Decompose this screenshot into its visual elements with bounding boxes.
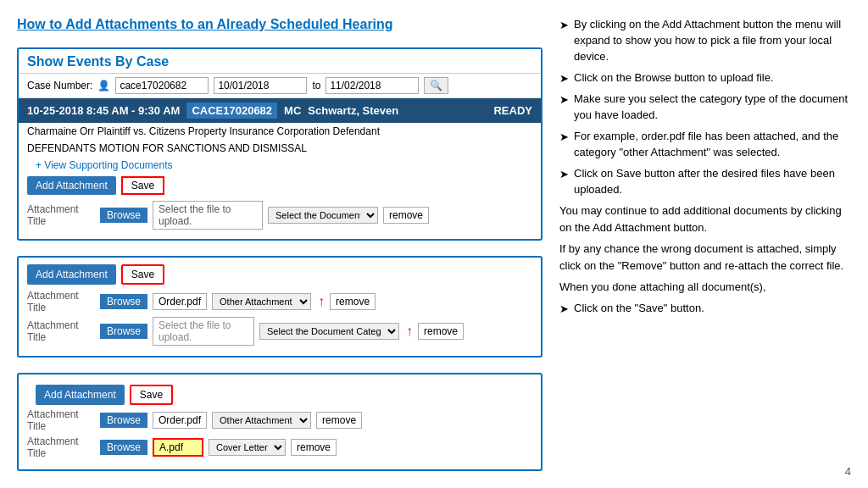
- example3-category-2[interactable]: Cover Letter: [209, 439, 286, 456]
- case-description-1: Charmaine Orr Plaintiff vs. Citizens Pro…: [19, 123, 541, 140]
- arrow-indicator-1: ↑: [318, 294, 325, 309]
- bullet-text-1: By clicking on the Add Attachment button…: [574, 17, 851, 65]
- bullet-arrow-1: ➤: [559, 18, 569, 34]
- example3-category-1[interactable]: Other Attachment: [212, 412, 311, 429]
- show-events-title: Show Events By Case: [19, 49, 541, 74]
- example3-title-1: Attachment Title: [27, 408, 95, 432]
- attachment-buttons-row: Add Attachment Save: [19, 173, 541, 198]
- example3-buttons: Add Attachment Save: [27, 381, 532, 408]
- to-label: to: [312, 80, 320, 92]
- example2-row-1: Attachment Title Browse Order.pdf Other …: [27, 290, 532, 313]
- example3-browse-1[interactable]: Browse: [100, 413, 147, 428]
- event-mc: MC: [284, 104, 301, 117]
- bullet-arrow-3: ➤: [559, 92, 569, 108]
- right-paragraph-1: You may continue to add additional docum…: [559, 202, 851, 236]
- doc-category-select-1[interactable]: Select the Document Categ: [268, 207, 378, 224]
- bullet-list-last: ➤ Click on the "Save" button.: [559, 301, 851, 318]
- save-button[interactable]: Save: [121, 176, 164, 195]
- case-description-2: DEFENDANTS MOTION FOR SANCTIONS AND DISM…: [19, 140, 541, 157]
- example3-save-button[interactable]: Save: [130, 385, 173, 405]
- example3-browse-2[interactable]: Browse: [100, 440, 147, 455]
- example2-title-2: Attachment Title: [27, 319, 95, 343]
- example3-file-2: A.pdf: [153, 438, 203, 457]
- bullet-arrow-last: ➤: [559, 302, 569, 318]
- bullet-item-4: ➤ For example, order.pdf file has been a…: [559, 129, 851, 161]
- example2-browse-1[interactable]: Browse: [100, 294, 147, 309]
- bullet-text-3: Make sure you select the category type o…: [574, 92, 851, 124]
- example-box-3: Add Attachment Save Attachment Title Bro…: [17, 373, 542, 471]
- example3-row-2: Attachment Title Browse A.pdf Cover Lett…: [27, 435, 532, 459]
- bullet-item-1: ➤ By clicking on the Add Attachment butt…: [559, 17, 851, 65]
- example2-save-button[interactable]: Save: [121, 264, 164, 285]
- example3-file-1: Order.pdf: [153, 412, 207, 429]
- attachment-title-label: Attachment Title: [27, 203, 95, 227]
- example2-add-button[interactable]: Add Attachment: [27, 264, 116, 285]
- example2-file-2: Select the file to upload.: [153, 317, 254, 346]
- bullet-arrow-4: ➤: [559, 130, 569, 146]
- example2-buttons: Add Attachment Save: [27, 264, 532, 290]
- page-number: 4: [845, 465, 851, 478]
- date-to-input[interactable]: [326, 77, 419, 94]
- example3-remove-1[interactable]: remove: [316, 412, 362, 429]
- example3-row-1: Attachment Title Browse Order.pdf Other …: [27, 408, 532, 432]
- view-supporting-link[interactable]: View Supporting Documents: [27, 158, 181, 174]
- case-number-input[interactable]: [115, 77, 209, 94]
- bullet-text-last: Click on the "Save" button.: [574, 301, 704, 317]
- example2-remove-2[interactable]: remove: [418, 323, 464, 340]
- right-panel: ➤ By clicking on the Add Attachment butt…: [559, 17, 851, 471]
- event-row: 10-25-2018 8:45 AM - 9:30 AM CACE1702068…: [19, 98, 541, 123]
- bullet-item-2: ➤ Click on the Browse button to upload f…: [559, 70, 851, 87]
- bullet-text-4: For example, order.pdf file has been att…: [574, 129, 851, 161]
- event-status: READY: [493, 104, 532, 117]
- browse-button-1[interactable]: Browse: [100, 208, 147, 223]
- bullet-item-3: ➤ Make sure you select the category type…: [559, 92, 851, 124]
- case-number-row: Case Number: 👤 to 🔍: [19, 74, 541, 98]
- example2-row-2: Attachment Title Browse Select the file …: [27, 317, 532, 346]
- event-person: Schwartz, Steven: [308, 104, 398, 117]
- right-paragraph-3: When you done attaching all document(s),: [559, 279, 851, 296]
- example2-remove-1[interactable]: remove: [330, 293, 376, 310]
- remove-button-1[interactable]: remove: [383, 207, 429, 224]
- add-attachment-button[interactable]: Add Attachment: [27, 176, 116, 195]
- bullet-list: ➤ By clicking on the Add Attachment butt…: [559, 17, 851, 197]
- file-select-text: Select the file to upload.: [153, 201, 263, 230]
- page-title: How to Add Attachments to an Already Sch…: [17, 17, 542, 32]
- example3-add-button[interactable]: Add Attachment: [36, 385, 125, 405]
- search-button[interactable]: 🔍: [424, 77, 448, 94]
- bullet-arrow-2: ➤: [559, 71, 569, 87]
- event-case-badge: CACE17020682: [186, 103, 277, 119]
- date-from-input[interactable]: [214, 77, 307, 94]
- arrow-indicator-2: ↑: [406, 324, 413, 339]
- example-box-2: Add Attachment Save Attachment Title Bro…: [17, 256, 542, 358]
- example3-title-2: Attachment Title: [27, 435, 95, 459]
- attachment-row-1: Attachment Title Browse Select the file …: [19, 198, 541, 232]
- event-time: 10-25-2018 8:45 AM - 9:30 AM: [27, 104, 180, 117]
- example2-title-1: Attachment Title: [27, 290, 95, 313]
- example2-browse-2[interactable]: Browse: [100, 324, 147, 339]
- case-number-label: Case Number:: [27, 80, 92, 92]
- example2-category-1[interactable]: Other Attachment: [212, 293, 311, 310]
- person-icon: 👤: [97, 80, 110, 92]
- bullet-item-last: ➤ Click on the "Save" button.: [559, 301, 851, 318]
- example2-category-2[interactable]: Select the Document Categ: [259, 323, 399, 340]
- example3-remove-2[interactable]: remove: [291, 439, 337, 456]
- example2-file-1: Order.pdf: [153, 293, 207, 310]
- bullet-item-5: ➤ Click on Save button after the desired…: [559, 166, 851, 198]
- bullet-text-5: Click on Save button after the desired f…: [574, 166, 851, 198]
- bullet-text-2: Click on the Browse button to upload fil…: [574, 70, 774, 86]
- bullet-arrow-5: ➤: [559, 167, 569, 183]
- show-events-box: Show Events By Case Case Number: 👤 to 🔍 …: [17, 47, 542, 241]
- right-paragraph-2: If by any chance the wrong document is a…: [559, 241, 851, 274]
- left-panel: How to Add Attachments to an Already Sch…: [17, 17, 542, 471]
